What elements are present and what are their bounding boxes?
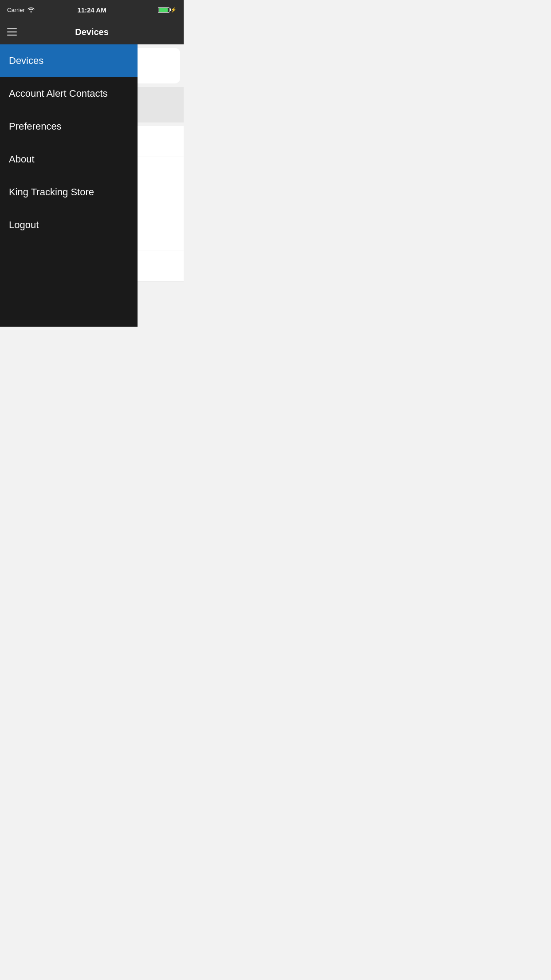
hamburger-line-2 xyxy=(7,32,17,32)
right-row-1 xyxy=(138,126,184,157)
right-row-5 xyxy=(138,250,184,281)
sidebar-item-label-account-alert-contacts: Account Alert Contacts xyxy=(9,88,108,99)
sidebar-item-label-preferences: Preferences xyxy=(9,121,62,132)
right-row-4 xyxy=(138,219,184,250)
right-row-3 xyxy=(138,188,184,219)
wifi-icon xyxy=(28,7,35,12)
nav-header: Devices xyxy=(0,20,184,44)
sidebar-item-label-about: About xyxy=(9,154,35,165)
battery-fill xyxy=(159,8,168,12)
right-gray-area xyxy=(138,87,184,122)
sidebar-item-devices[interactable]: Devices xyxy=(0,44,138,77)
hamburger-line-3 xyxy=(7,35,17,36)
status-time: 11:24 AM xyxy=(77,6,106,14)
sidebar-item-preferences[interactable]: Preferences xyxy=(0,110,138,143)
sidebar-item-label-devices: Devices xyxy=(9,55,43,66)
sidebar-item-label-king-tracking-store: King Tracking Store xyxy=(9,186,94,198)
sidebar-item-account-alert-contacts[interactable]: Account Alert Contacts xyxy=(0,77,138,110)
status-bar: Carrier 11:24 AM ⚡ xyxy=(0,0,184,20)
carrier-label: Carrier xyxy=(7,7,25,13)
main-layout: Devices Account Alert Contacts Preferenc… xyxy=(0,44,184,327)
sidebar-drawer: Devices Account Alert Contacts Preferenc… xyxy=(0,44,138,327)
status-right: ⚡ xyxy=(158,7,177,13)
nav-title: Devices xyxy=(75,27,109,37)
svg-point-0 xyxy=(30,11,31,12)
sidebar-item-label-logout: Logout xyxy=(9,219,39,230)
right-row-2 xyxy=(138,157,184,188)
hamburger-line-1 xyxy=(7,28,17,29)
battery-icon xyxy=(158,7,169,13)
battery-container: ⚡ xyxy=(158,7,177,13)
sidebar-item-logout[interactable]: Logout xyxy=(0,209,138,241)
sidebar-item-king-tracking-store[interactable]: King Tracking Store xyxy=(0,176,138,209)
right-top-card xyxy=(138,48,180,83)
bolt-icon: ⚡ xyxy=(170,7,177,13)
hamburger-button[interactable] xyxy=(4,25,20,39)
sidebar-item-about[interactable]: About xyxy=(0,143,138,176)
right-panel xyxy=(138,44,184,327)
status-left: Carrier xyxy=(7,7,35,13)
